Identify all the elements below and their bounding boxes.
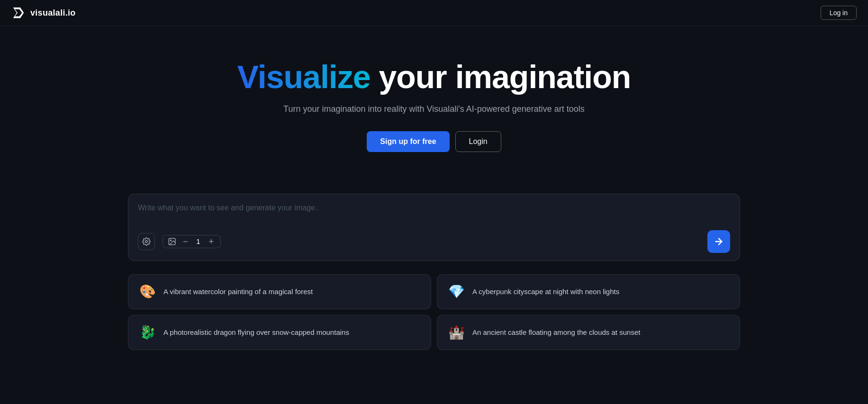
arrow-right-icon [714,236,724,247]
svg-point-4 [170,240,171,241]
suggestion-text-0: A vibrant watercolor painting of a magic… [163,287,313,296]
logo-icon [11,6,26,20]
nav-brand: visualali.io [11,6,76,20]
navbar: visualali.io Log in [0,0,868,26]
suggestion-card-1[interactable]: 💎A cyberpunk cityscape at night with neo… [437,274,740,309]
count-value: 1 [195,237,202,245]
gear-icon [142,237,151,246]
hero-subtitle: Turn your imagination into reality with … [283,104,585,114]
count-increase-button[interactable]: + [207,237,216,246]
hero-section: Visualize your imagination Turn your ima… [0,26,868,194]
image-icon [168,237,176,246]
suggestion-card-3[interactable]: 🏰An ancient castle floating among the cl… [437,315,740,350]
hero-buttons: Sign up for free Login [367,131,501,152]
suggestion-text-1: A cyberpunk cityscape at night with neon… [472,287,619,296]
hero-title-normal: your imagination [371,59,631,95]
suggestion-text-3: An ancient castle floating among the clo… [472,328,640,336]
suggestion-icon-2: 🐉 [138,323,157,342]
prompt-controls: − 1 + [138,233,221,250]
suggestion-icon-1: 💎 [447,282,466,301]
image-count-control: − 1 + [163,235,221,248]
login-button[interactable]: Login [455,131,501,152]
svg-point-2 [145,241,148,243]
prompt-box: − 1 + [128,194,740,261]
nav-title: visualali.io [30,8,76,18]
signup-button[interactable]: Sign up for free [367,131,449,152]
suggestion-card-2[interactable]: 🐉A photorealistic dragon flying over sno… [128,315,431,350]
suggestions-container: 🎨A vibrant watercolor painting of a magi… [117,274,751,350]
prompt-footer: − 1 + [138,230,730,253]
hero-title: Visualize your imagination [237,59,631,95]
count-decrease-button[interactable]: − [181,237,190,246]
suggestion-icon-3: 🏰 [447,323,466,342]
nav-login-button[interactable]: Log in [821,6,857,20]
suggestion-text-2: A photorealistic dragon flying over snow… [163,328,349,336]
hero-title-accent: Visualize [237,59,371,95]
prompt-input[interactable] [138,204,730,223]
generate-button[interactable] [707,230,730,253]
prompt-container: − 1 + [117,194,751,261]
suggestion-icon-0: 🎨 [138,282,157,301]
suggestion-card-0[interactable]: 🎨A vibrant watercolor painting of a magi… [128,274,431,309]
settings-button[interactable] [138,233,155,250]
